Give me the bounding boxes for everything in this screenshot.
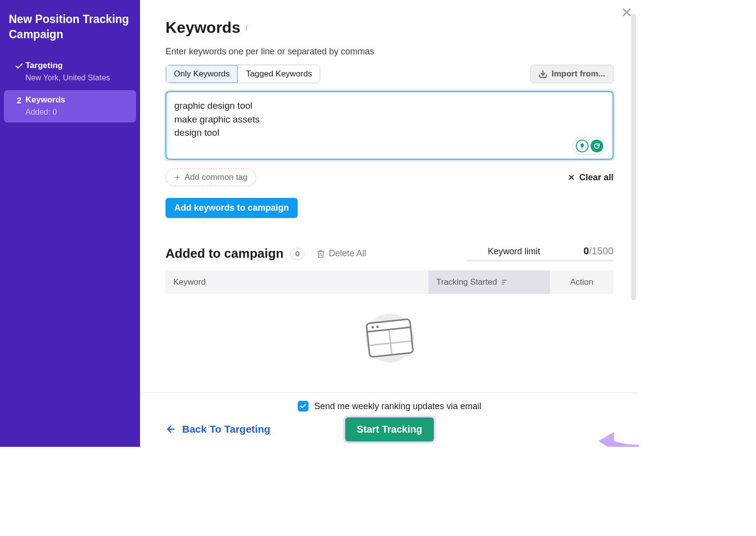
delete-all-label: Delete All	[329, 248, 366, 259]
instruction-text: Enter keywords one per line or separated…	[165, 47, 614, 57]
col-action: Action	[550, 270, 614, 294]
import-label: Import from...	[551, 69, 605, 79]
start-tracking-button[interactable]: Start Tracking	[345, 417, 434, 441]
weekly-email-checkbox[interactable]	[298, 401, 308, 412]
limit-progress-bar	[467, 260, 614, 262]
clear-all-label: Clear all	[579, 172, 614, 183]
textarea-assistant-pill	[572, 137, 607, 155]
trash-icon	[316, 249, 325, 258]
step-sublabel: Added: 0	[25, 108, 127, 117]
weekly-email-row: Send me weekly ranking updates via email	[165, 401, 614, 412]
step-sublabel: New York, United States	[25, 73, 127, 82]
add-common-tag-button[interactable]: Add common tag	[165, 169, 256, 186]
sort-icon	[501, 278, 509, 286]
page-title-text: Keywords	[165, 19, 240, 37]
tab-only-keywords[interactable]: Only Keywords	[166, 65, 238, 83]
sidebar-step-targeting[interactable]: Targeting New York, United States	[4, 56, 136, 88]
scrollbar[interactable]	[631, 14, 636, 300]
step-label: Targeting	[25, 61, 127, 71]
added-title: Added to campaign	[165, 246, 284, 261]
main-panel: Keywords i Enter keywords one per line o…	[140, 0, 639, 447]
keywords-textarea[interactable]	[165, 91, 614, 160]
col-keyword[interactable]: Keyword	[165, 270, 428, 294]
svg-marker-11	[598, 432, 614, 447]
added-count-badge: 0	[290, 248, 304, 260]
delete-all-button[interactable]: Delete All	[316, 248, 366, 259]
sidebar-step-keywords[interactable]: 2 Keywords Added: 0	[4, 90, 136, 122]
clear-all-button[interactable]: Clear all	[567, 172, 614, 183]
plus-icon	[174, 174, 181, 181]
back-label: Back To Targeting	[182, 423, 270, 435]
sidebar-title: New Position Tracking Campaign	[0, 12, 140, 54]
keyword-limit: Keyword limit 0/1500	[467, 245, 614, 262]
empty-state-illustration	[360, 314, 419, 363]
footer-bar: Send me weekly ranking updates via email…	[140, 392, 639, 447]
check-icon	[13, 61, 25, 82]
add-tag-label: Add common tag	[185, 172, 248, 182]
step-label: Keywords	[25, 95, 127, 105]
added-table-header: Keyword Tracking Started Action	[165, 270, 614, 294]
col-tracking-started[interactable]: Tracking Started	[428, 270, 550, 294]
weekly-email-label: Send me weekly ranking updates via email	[314, 401, 481, 412]
limit-used: 0	[584, 245, 589, 256]
col-tracking-label: Tracking Started	[436, 277, 497, 287]
import-from-button[interactable]: Import from...	[530, 65, 614, 83]
info-icon[interactable]: i	[245, 24, 247, 32]
bulb-icon[interactable]	[576, 140, 589, 152]
added-to-campaign-section: Added to campaign 0 Delete All Keyword l…	[165, 245, 614, 363]
tab-tagged-keywords[interactable]: Tagged Keywords	[238, 65, 320, 83]
annotation-arrow	[596, 423, 639, 447]
add-keywords-button[interactable]: Add keywords to campaign	[165, 198, 298, 218]
page-title: Keywords i	[165, 19, 614, 37]
limit-total: /1500	[589, 245, 614, 256]
grammarly-icon[interactable]	[591, 140, 603, 152]
limit-label: Keyword limit	[488, 246, 540, 256]
arrow-left-icon	[165, 424, 176, 435]
close-icon	[567, 173, 575, 181]
download-icon	[539, 70, 547, 78]
close-icon	[620, 6, 633, 19]
back-to-targeting-link[interactable]: Back To Targeting	[165, 423, 270, 435]
step-number: 2	[17, 96, 21, 117]
sidebar: New Position Tracking Campaign Targeting…	[0, 0, 140, 447]
keyword-mode-segmented: Only Keywords Tagged Keywords	[165, 65, 320, 83]
close-dialog-button[interactable]	[618, 4, 635, 21]
